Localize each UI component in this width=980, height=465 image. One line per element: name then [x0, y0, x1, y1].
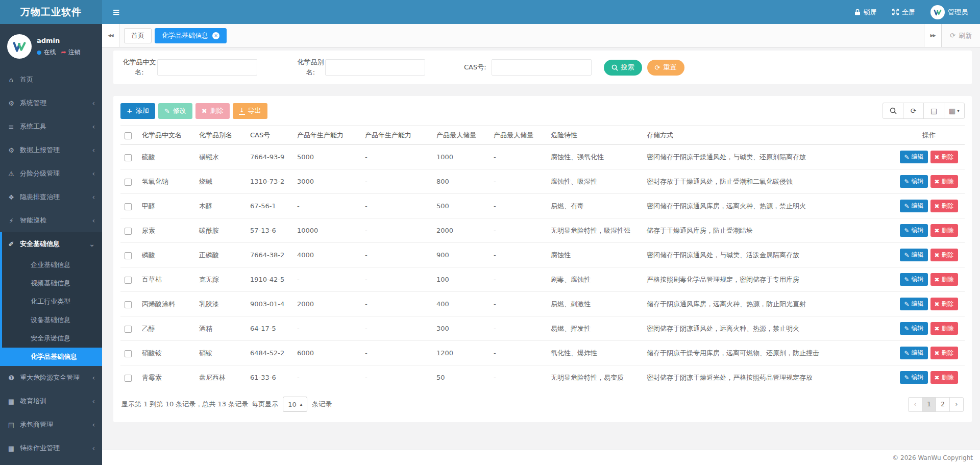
logout-link[interactable]: 注销 [68, 48, 81, 57]
row-checkbox[interactable] [125, 252, 132, 259]
chemical-chinese-name-input[interactable] [157, 59, 257, 76]
sidebar-item-safety-base-info[interactable]: ✐安全基础信息⌄ [2, 232, 102, 256]
sidebar-item-home[interactable]: ⌂首页 [0, 68, 102, 91]
modify-button[interactable]: ✎修改 [158, 103, 192, 119]
table-cell: 密封储存于阴凉干燥避光处，严格按照药品管理规定存放 [643, 365, 893, 390]
select-all-checkbox[interactable] [125, 132, 132, 139]
table-cell: - [489, 243, 547, 267]
sidebar-section-smart-inspection: ⚡智能巡检‹ [0, 209, 102, 232]
refresh-tab-button[interactable]: ⟳ 刷新 [941, 24, 980, 47]
row-delete-button[interactable]: ✖删除 [930, 273, 958, 286]
column-header: 存储方式 [643, 126, 893, 145]
row-edit-button[interactable]: ✎编辑 [900, 322, 927, 335]
page-size-select[interactable]: 10 ▴ [283, 397, 307, 412]
row-edit-button[interactable]: ✎编辑 [900, 151, 927, 163]
table-cell: 300 [432, 316, 489, 341]
column-header: 产品最大储量 [432, 126, 489, 145]
row-edit-button[interactable]: ✎编辑 [900, 371, 927, 384]
sidebar-item-smart-inspection[interactable]: ⚡智能巡检‹ [0, 209, 102, 232]
chevron-left-icon: ‹ [92, 422, 95, 427]
row-delete-button[interactable]: ✖删除 [930, 200, 958, 212]
sidebar-toggle-icon[interactable]: ≡ [102, 7, 130, 17]
sidebar-subitem[interactable]: 化学品基础信息 [2, 348, 102, 366]
table-detail-view-button[interactable]: ▤ [923, 103, 944, 119]
delete-button[interactable]: ✖删除 [195, 103, 230, 119]
sidebar-item-contractor-mgmt[interactable]: ▤承包商管理‹ [0, 413, 102, 436]
row-edit-button[interactable]: ✎编辑 [900, 175, 927, 188]
row-checkbox[interactable] [125, 203, 132, 210]
sidebar-subitem[interactable]: 视频基础信息 [2, 274, 102, 292]
sidebar-subitem[interactable]: 安全承诺信息 [2, 329, 102, 348]
row-delete-button[interactable]: ✖删除 [930, 298, 958, 310]
row-checkbox[interactable] [125, 179, 132, 186]
row-edit-button[interactable]: ✎编辑 [900, 249, 927, 261]
caret-up-icon: ▴ [300, 402, 303, 407]
sidebar-item-education-training[interactable]: ▦教育培训‹ [0, 389, 102, 413]
row-checkbox[interactable] [125, 228, 132, 235]
row-checkbox[interactable] [125, 350, 132, 357]
fullscreen-button[interactable]: 全屏 [892, 8, 915, 17]
row-delete-button[interactable]: ✖删除 [930, 175, 958, 188]
add-button[interactable]: +添加 [120, 103, 155, 119]
table-columns-button[interactable]: ▦▾ [944, 103, 965, 119]
pager-page-button[interactable]: 2 [936, 397, 950, 412]
chemicals-table: 化学品中文名化学品别名CAS号产品年生产能力产品年生产能力产品最大储量产品最大储… [120, 126, 965, 389]
search-button[interactable]: 搜索 [604, 60, 642, 76]
sidebar-item-system-tools[interactable]: ≡系统工具‹ [0, 115, 102, 138]
row-edit-button[interactable]: ✎编辑 [900, 200, 927, 212]
column-header: 危险特性 [547, 126, 643, 145]
sidebar-item-hazard-investigation[interactable]: ❖隐患排查治理‹ [0, 185, 102, 209]
pager-next-button[interactable]: › [949, 397, 964, 412]
sidebar-item-label: 隐患排查治理 [20, 192, 60, 202]
tab[interactable]: 首页 [124, 28, 152, 43]
list-view-icon: ▤ [930, 107, 937, 115]
sidebar-item-data-report-mgmt[interactable]: ⚙数据上报管理‹ [0, 138, 102, 162]
table-cell: - [489, 267, 547, 292]
x-icon: ✖ [935, 154, 940, 161]
table-cell: 6484-52-2 [246, 341, 293, 365]
close-icon[interactable]: ✕ [212, 32, 219, 39]
row-checkbox[interactable] [125, 301, 132, 308]
sidebar-section-education-training: ▦教育培训‹ [0, 389, 102, 413]
table-row: 硝酸铵硝铵6484-52-26000-1200-氧化性、爆炸性储存于阴凉干燥专用… [120, 341, 965, 365]
row-checkbox[interactable] [125, 277, 132, 284]
row-edit-button[interactable]: ✎编辑 [900, 298, 927, 310]
scroll-tabs-right-button[interactable]: ▶▶ [924, 24, 941, 47]
sidebar-item-major-hazard-mgmt[interactable]: ❶重大危险源安全管理‹ [0, 366, 102, 389]
table-cell: 储存于干燥通风库房，防止受潮结块 [643, 218, 893, 243]
row-delete-button[interactable]: ✖删除 [930, 224, 958, 237]
chemical-alias-input[interactable] [325, 59, 425, 76]
sidebar-item-system-mgmt[interactable]: ⚙系统管理‹ [0, 91, 102, 115]
user-menu[interactable]: 管理员 [930, 5, 968, 19]
table-cell: - [293, 267, 361, 292]
row-delete-button[interactable]: ✖删除 [930, 322, 958, 335]
row-edit-button[interactable]: ✎编辑 [900, 273, 927, 286]
sidebar-item-risk-grading-mgmt[interactable]: ⚠分险分级管理‹ [0, 162, 102, 185]
lock-screen-button[interactable]: 锁屏 [854, 8, 877, 17]
row-delete-button[interactable]: ✖删除 [930, 347, 958, 359]
table-cell: - [489, 218, 547, 243]
row-checkbox[interactable] [125, 154, 132, 161]
row-delete-button[interactable]: ✖删除 [930, 371, 958, 384]
idcard-icon: ▤ [7, 421, 15, 429]
sidebar-subitem[interactable]: 企业基础信息 [2, 256, 102, 274]
table-search-button[interactable] [883, 103, 903, 119]
scroll-tabs-left-button[interactable]: ◀◀ [102, 24, 119, 47]
pager-prev-button[interactable]: ‹ [908, 397, 922, 412]
row-delete-button[interactable]: ✖删除 [930, 249, 958, 261]
row-checkbox[interactable] [125, 375, 132, 382]
row-checkbox[interactable] [125, 326, 132, 333]
table-refresh-button[interactable]: ⟳ [903, 103, 924, 119]
cas-number-input[interactable] [492, 59, 592, 76]
pager-page-button[interactable]: 1 [922, 397, 936, 412]
export-button[interactable]: ↓导出 [233, 103, 267, 119]
sidebar-subitem[interactable]: 设备基础信息 [2, 311, 102, 329]
tab[interactable]: 化学品基础信息✕ [155, 28, 227, 43]
row-edit-button[interactable]: ✎编辑 [900, 224, 927, 237]
refresh-icon: ⟳ [911, 107, 917, 115]
row-delete-button[interactable]: ✖删除 [930, 151, 958, 163]
sidebar-subitem[interactable]: 化工行业类型 [2, 292, 102, 311]
row-edit-button[interactable]: ✎编辑 [900, 347, 927, 359]
sidebar-item-special-work-mgmt[interactable]: ▦特殊作业管理‹ [0, 436, 102, 460]
reset-button[interactable]: ⟳ 重置 [647, 60, 684, 76]
